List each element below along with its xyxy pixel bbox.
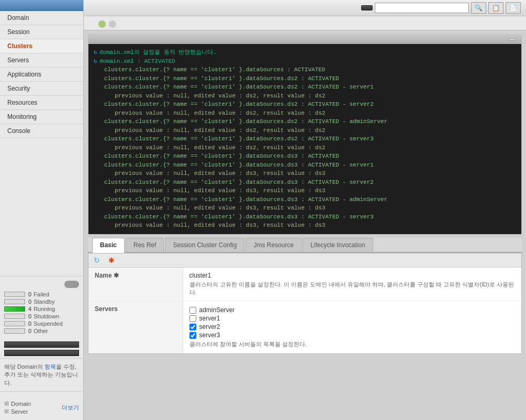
log-line: clusters.cluster.{? name == 'cluster1' }… — [94, 213, 516, 222]
manager-item-domain: ⊞Domain — [4, 400, 31, 407]
checkbox-server2[interactable] — [189, 324, 196, 330]
sidebar-info-text: 해당 Domain의 항목을 수정, 추가 또는 삭제하는 기능입니다. — [4, 363, 78, 386]
checkbox-label: server2 — [199, 323, 220, 330]
sidebar-item-monitoring[interactable]: Monitoring — [0, 110, 83, 124]
sidebar-item-console[interactable]: Console — [0, 124, 83, 138]
field-text-value: cluster1 — [189, 272, 516, 279]
status-label: Running — [33, 306, 55, 312]
checkbox-label: server3 — [199, 331, 220, 339]
log-line: previous value : null, edited value : ds… — [94, 169, 516, 178]
sidebar-item-domain[interactable]: Domain — [0, 11, 83, 25]
log-line: clusters.cluster.{? name == 'cluster1' }… — [94, 117, 516, 126]
status-label: Other — [33, 328, 48, 334]
status-item-other: 0 Other — [4, 328, 79, 334]
status-item-shutdown: 0 Shutdown — [4, 313, 79, 319]
status-bar — [4, 321, 25, 326]
manager-icon: ⊞ — [4, 408, 9, 415]
checkbox-item-server3: server3 — [189, 331, 516, 339]
icon-button-2[interactable]: 📄 — [506, 2, 521, 14]
form-row: Name ✱cluster1클러스터의 고유한 이름을 설정한다. 이 이름은 … — [88, 268, 521, 301]
history-button[interactable] — [361, 5, 373, 10]
status-bar — [4, 328, 25, 334]
field-description: 클러스터의 고유한 이름을 설정한다. 이 이름은 도메인 내에서 유일해야 하… — [189, 281, 516, 297]
status-item-running: 4 Running — [4, 306, 79, 312]
status-label: Shutdown — [33, 313, 59, 319]
sidebar-item-applications[interactable]: Applications — [0, 68, 83, 82]
tab-lifecycle-invocation[interactable]: Lifecycle Invocation — [303, 238, 373, 252]
log-line: clusters.cluster.{? name == 'cluster1' }… — [94, 83, 516, 92]
form-field-value: adminServerserver1server2server3클러스터에 참여… — [183, 301, 521, 353]
status-count: 4 — [28, 306, 31, 312]
lock-edit-button[interactable] — [4, 350, 79, 356]
sidebar-item-session[interactable]: Session — [0, 25, 83, 39]
content-area: ↻domain.xml의 설정을 동적 반영했습니다.↻domain.xml :… — [84, 30, 526, 420]
checkbox-item-adminServer: adminServer — [189, 306, 516, 314]
checkbox-adminServer[interactable] — [189, 307, 196, 314]
manager-item-server: ⊞Server — [4, 408, 31, 415]
status-bar — [4, 306, 25, 312]
tab-session-cluster-config[interactable]: Session Cluster Config — [165, 238, 244, 252]
form-table: Name ✱cluster1클러스터의 고유한 이름을 설정한다. 이 이름은 … — [88, 268, 521, 353]
servers-description: 클러스터에 참여할 서버들의 목록을 설정한다. — [189, 340, 516, 348]
log-line: previous value : null, edited value : ds… — [94, 109, 516, 118]
help-button[interactable] — [509, 38, 516, 40]
dot-green — [98, 20, 106, 28]
refresh-icon[interactable]: ↻ — [94, 256, 100, 264]
sidebar-item-security[interactable]: Security — [0, 82, 83, 96]
status-label: Suspended — [33, 320, 63, 327]
log-line: previous value : null, edited value : ds… — [94, 221, 516, 230]
status-count: 0 — [28, 320, 31, 327]
log-line: previous value : null, edited value : ds… — [94, 204, 516, 213]
log-panel: ↻domain.xml의 설정을 동적 반영했습니다.↻domain.xml :… — [88, 35, 522, 235]
dot-gray — [109, 20, 116, 28]
manager-section: ⊞Domain⊞Server더보기 — [0, 391, 83, 420]
status-bar — [4, 292, 25, 297]
tab-res-ref[interactable]: Res Ref — [126, 238, 164, 252]
search-icon-button[interactable]: 🔍 — [471, 2, 486, 14]
checkbox-label: server1 — [199, 315, 220, 322]
log-line: clusters.cluster.{? name == 'cluster1' }… — [94, 100, 516, 109]
log-line: previous value : null, edited value : ds… — [94, 92, 516, 101]
checkbox-item-server2: server2 — [189, 323, 516, 330]
log-line: previous value : null, edited value : ds… — [94, 126, 516, 135]
log-line: clusters.cluster.{? name == 'cluster1' }… — [94, 161, 516, 170]
log-line: clusters.cluster.{? name == 'cluster1' }… — [94, 178, 516, 187]
domain-header — [0, 0, 83, 11]
status-count: 0 — [28, 299, 31, 305]
sidebar-item-servers[interactable]: Servers — [0, 53, 83, 68]
tab-jms-resource[interactable]: Jms Resource — [245, 238, 301, 252]
sidebar-nav: DomainSessionClustersServersApplications… — [0, 11, 83, 276]
form-field-label: Servers — [88, 301, 183, 353]
form-toolbar-left: ↻ ✱ — [94, 256, 119, 264]
status-item-failed: 0 Failed — [4, 291, 79, 297]
log-line: previous value : null, edited value : ds… — [94, 143, 516, 152]
manager-more-link[interactable]: 더보기 — [62, 404, 79, 412]
domain-link[interactable]: 항목 — [44, 363, 56, 370]
top-bar-right: 🔍 📋 📄 — [361, 2, 521, 14]
sidebar-item-resources[interactable]: Resources — [0, 96, 83, 110]
log-content: ↻domain.xml의 설정을 동적 반영했습니다.↻domain.xml :… — [88, 44, 521, 234]
form-area: ↻ ✱ Name ✱cluster1클러스터의 고유한 이름을 설정한다. 이 … — [88, 253, 522, 354]
page-dots — [98, 20, 116, 28]
form-row: ServersadminServerserver1server2server3클… — [88, 301, 521, 353]
sidebar-item-clusters[interactable]: Clusters — [0, 39, 83, 53]
top-bar: 🔍 📋 📄 — [84, 0, 526, 16]
runtime-info-button[interactable] — [4, 341, 79, 348]
status-item-suspended: 0 Suspended — [4, 320, 79, 327]
form-field-value: cluster1클러스터의 고유한 이름을 설정한다. 이 이름은 도메인 내에… — [183, 268, 521, 301]
status-item-standby: 0 Standby — [4, 299, 79, 305]
system-status: 0 Failed 0 Standby 4 Running 0 Shutdown … — [0, 276, 83, 339]
page-header — [84, 16, 526, 30]
checkbox-server3[interactable] — [189, 332, 196, 339]
status-count: 0 — [28, 313, 31, 319]
log-line: clusters.cluster.{? name == 'cluster1' }… — [94, 135, 516, 143]
log-icon: ↻ — [94, 48, 97, 57]
sidebar: DomainSessionClustersServersApplications… — [0, 0, 84, 420]
tab-basic[interactable]: Basic — [92, 238, 125, 253]
checkbox-server1[interactable] — [189, 315, 196, 322]
status-toggle[interactable] — [64, 281, 79, 288]
icon-button-1[interactable]: 📋 — [488, 2, 503, 14]
search-input[interactable] — [375, 3, 469, 13]
required-icon: ✱ — [108, 256, 115, 264]
log-line: clusters.cluster.{? name == 'cluster1' }… — [94, 74, 516, 83]
